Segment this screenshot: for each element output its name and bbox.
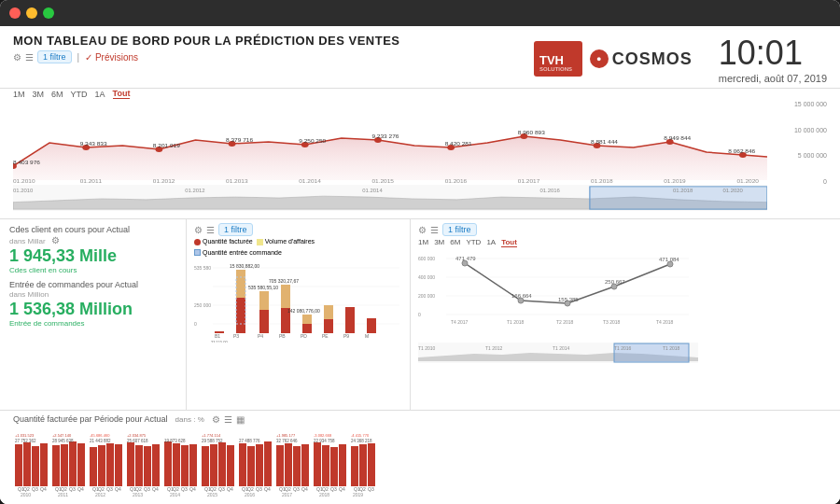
svg-text:23 115,00: 23 115,00: [211, 340, 229, 343]
svg-rect-50: [236, 270, 245, 298]
svg-text:9 343 833: 9 343 833: [80, 142, 107, 147]
svg-text:SOLUTIONS: SOLUTIONS: [539, 66, 572, 72]
svg-rect-140: [322, 445, 329, 486]
svg-text:T3 2018: T3 2018: [603, 319, 621, 325]
right-navigator: [698, 249, 745, 343]
close-button[interactable]: [9, 7, 21, 19]
kpi2-label: Entrée de commandes: [9, 319, 176, 328]
svg-text:P4: P4: [258, 333, 263, 339]
svg-rect-127: [202, 446, 209, 486]
clock-time: 10:01: [719, 34, 827, 73]
middle-filter-badge[interactable]: 1 filtre: [218, 223, 253, 236]
svg-text:PD: PD: [301, 333, 307, 339]
right-line-chart: 471 479 166 664 155 385 250 667 471 084 …: [418, 249, 698, 343]
svg-text:01.2014: 01.2014: [362, 189, 382, 193]
header: MON TABLEAU DE BORD POUR LA PRÉDICTION D…: [0, 26, 840, 89]
header-right: TVH SOLUTIONS ● COSMOS: [534, 34, 827, 84]
svg-rect-107: [15, 444, 22, 486]
svg-text:24 368 218: 24 368 218: [351, 439, 372, 443]
middle-filter-icon[interactable]: ☰: [206, 225, 215, 235]
right-filter-icon[interactable]: ☰: [430, 225, 439, 235]
svg-text:Q3: Q3: [256, 486, 262, 492]
svg-rect-128: [210, 444, 217, 486]
bottom-settings-icon[interactable]: ⚙: [212, 414, 220, 425]
svg-text:2013: 2013: [133, 492, 143, 497]
right-tab-3m[interactable]: 3M: [434, 238, 444, 247]
right-tab-1a[interactable]: 1A: [486, 238, 496, 247]
middle-panel: ⚙ ☰ 1 filtre Quantité facturée Volume d'…: [187, 219, 411, 410]
right-tab-tout[interactable]: Tout: [501, 238, 517, 247]
tab-1a[interactable]: 1A: [95, 90, 105, 99]
svg-rect-144: [359, 444, 367, 486]
svg-rect-114: [77, 443, 85, 486]
svg-text:01.2018: 01.2018: [591, 179, 613, 184]
svg-text:25 607 618: 25 607 618: [127, 439, 148, 443]
time-tabs-main: 1M 3M 6M YTD 1A Tout: [13, 89, 827, 99]
bottom-chart-icon[interactable]: ▦: [236, 414, 245, 425]
svg-rect-135: [276, 445, 284, 486]
middle-settings-icon[interactable]: ⚙: [194, 225, 203, 235]
right-navigator-chart[interactable]: T1 2010 T1 2012 T1 2014 T1 2016 T1 2018: [418, 343, 698, 363]
tab-tout[interactable]: Tout: [113, 89, 131, 99]
kpi-panel: Cdes client en cours pour Actual dans Mi…: [0, 219, 187, 410]
svg-text:Q4: Q4: [189, 486, 196, 492]
settings-icon[interactable]: ⚙: [13, 52, 21, 63]
right-tab-ytd[interactable]: YTD: [466, 238, 481, 247]
svg-text:01.2016: 01.2016: [445, 179, 468, 184]
svg-text:2019: 2019: [353, 492, 363, 497]
svg-text:2011: 2011: [58, 492, 68, 497]
svg-rect-71: [367, 318, 376, 333]
app-window: MON TABLEAU DE BORD POUR LA PRÉDICTION D…: [0, 0, 840, 504]
tab-ytd[interactable]: YTD: [71, 90, 88, 99]
svg-text:0: 0: [194, 321, 197, 327]
svg-text:01.2016: 01.2016: [539, 189, 559, 193]
svg-rect-110: [40, 443, 48, 486]
filter-badge[interactable]: 1 filtre: [37, 50, 72, 63]
svg-text:8 881 444: 8 881 444: [591, 140, 619, 145]
maximize-button[interactable]: [43, 7, 54, 19]
svg-rect-112: [61, 444, 68, 486]
svg-text:Q3: Q3: [32, 486, 38, 492]
svg-text:2012: 2012: [95, 492, 105, 497]
svg-text:Q3: Q3: [181, 486, 188, 492]
kpi2-value: 1 536,38 Million: [9, 301, 176, 319]
svg-text:15 830,882,00: 15 830,882,00: [230, 263, 259, 269]
clock-date: mercredi, août 07, 2019: [719, 73, 827, 84]
svg-text:535 580: 535 580: [194, 265, 211, 271]
right-tab-6m[interactable]: 6M: [450, 238, 460, 247]
svg-text:155 385: 155 385: [558, 297, 579, 302]
tab-1m[interactable]: 1M: [13, 90, 25, 99]
bottom-sub: dans : %: [175, 415, 204, 424]
tvh-logo: TVH SOLUTIONS: [534, 41, 582, 77]
right-tab-1m[interactable]: 1M: [418, 238, 428, 247]
previsions-link[interactable]: ✓ Prévisions: [85, 52, 138, 63]
svg-text:471 084: 471 084: [659, 257, 679, 262]
clock-section: 10:01 mercredi, août 07, 2019: [719, 34, 827, 84]
svg-text:01.2015: 01.2015: [371, 179, 394, 184]
filter-icon[interactable]: ☰: [25, 52, 34, 63]
svg-text:2014: 2014: [170, 492, 180, 497]
tab-6m[interactable]: 6M: [51, 90, 63, 99]
svg-text:8 062 846: 8 062 846: [728, 149, 755, 154]
svg-text:2015: 2015: [207, 492, 217, 497]
minimize-button[interactable]: [26, 7, 37, 19]
bottom-filter-icon[interactable]: ☰: [224, 414, 232, 425]
kpi1-settings-icon[interactable]: ⚙: [51, 235, 60, 245]
right-filter-badge[interactable]: 1 filtre: [442, 223, 477, 236]
svg-rect-59: [281, 285, 290, 308]
navigator-chart[interactable]: 01.2010 01.2012 01.2014 01.2016 01.2018 …: [13, 185, 767, 211]
svg-rect-133: [256, 444, 263, 486]
svg-rect-137: [293, 446, 301, 486]
svg-rect-119: [127, 442, 134, 486]
svg-text:T1 2016: T1 2016: [614, 345, 632, 351]
dashboard: MON TABLEAU DE BORD POUR LA PRÉDICTION D…: [0, 26, 840, 504]
right-settings-icon[interactable]: ⚙: [418, 225, 427, 235]
svg-rect-111: [52, 445, 60, 486]
legend-volume: Volume d'affaires: [257, 238, 315, 245]
svg-rect-134: [264, 441, 272, 486]
tab-3m[interactable]: 3M: [33, 90, 45, 99]
svg-text:TVH: TVH: [539, 53, 564, 67]
y-label-3: 5 000 000: [771, 152, 827, 159]
svg-text:8 949 844: 8 949 844: [664, 136, 692, 141]
y-label-4: 0: [771, 178, 827, 185]
